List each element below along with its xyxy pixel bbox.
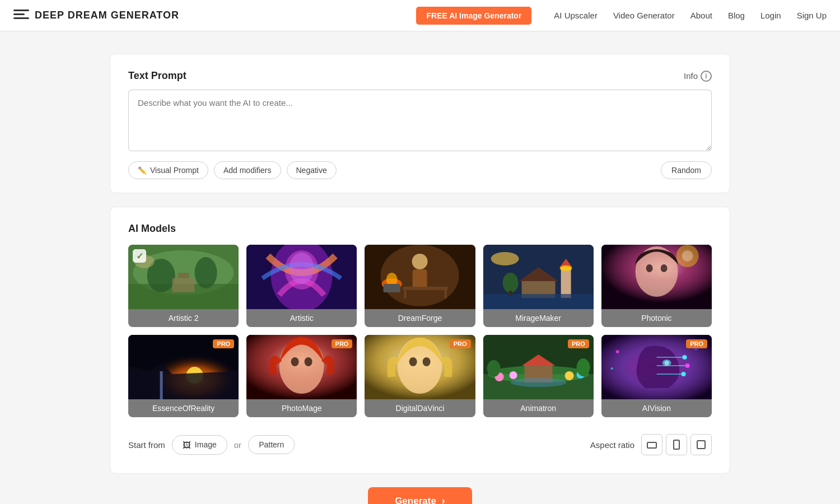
ai-models-card: AI Models ✓ (110, 207, 730, 474)
svg-point-48 (291, 357, 299, 366)
svg-rect-82 (697, 441, 705, 449)
image-button[interactable]: 🖼 Image (172, 435, 227, 455)
add-modifiers-button[interactable]: Add modifiers (214, 161, 281, 179)
svg-point-72 (682, 355, 687, 360)
model-thumb-miragemaker (483, 245, 594, 309)
section-title: Text Prompt (128, 70, 186, 82)
info-button[interactable]: Info i (684, 71, 712, 82)
svg-point-76 (664, 361, 669, 365)
svg-point-66 (576, 358, 590, 376)
nav-about[interactable]: About (690, 11, 712, 20)
aspect-portrait-button[interactable] (666, 434, 687, 455)
generate-section: Generate › (110, 487, 730, 504)
model-artistic[interactable]: Artistic (246, 245, 357, 327)
svg-rect-80 (647, 442, 656, 448)
model-animatron[interactable]: PRO (483, 335, 594, 417)
aspect-square-button[interactable] (690, 434, 712, 455)
model-thumb-artistic (246, 245, 357, 309)
selected-check: ✓ (133, 249, 146, 263)
svg-point-73 (685, 363, 689, 368)
image-icon: 🖼 (183, 440, 191, 450)
bottom-controls: Start from 🖼 Image or Pattern Aspect rat… (128, 425, 712, 460)
artistic-svg (246, 245, 357, 309)
svg-point-49 (305, 357, 312, 366)
svg-point-36 (660, 264, 667, 272)
svg-point-74 (681, 372, 685, 376)
dreamforge-svg (365, 245, 475, 309)
model-artistic2[interactable]: ✓ Artistic 2 (128, 245, 239, 327)
nav-links: AI Upscaler Video Generator About Blog L… (554, 11, 827, 20)
model-aivision[interactable]: PRO (601, 335, 712, 417)
svg-point-4 (195, 257, 217, 288)
svg-rect-81 (674, 440, 679, 449)
model-essenceofreality[interactable]: PRO (128, 335, 239, 417)
aspect-landscape-button[interactable] (641, 434, 662, 455)
model-miragemaker[interactable]: MirageMaker (483, 245, 594, 327)
aspect-ratio-buttons (641, 434, 712, 455)
model-name-digitaldavinci: DigitalDaVinci (365, 399, 475, 417)
visual-prompt-button[interactable]: ✏️ Visual Prompt (128, 161, 208, 179)
model-thumb-artistic2: ✓ (128, 245, 239, 309)
pro-badge-aivision: PRO (686, 339, 707, 348)
svg-rect-18 (384, 284, 400, 292)
prompt-textarea[interactable] (128, 90, 712, 151)
random-button[interactable]: Random (661, 161, 712, 179)
start-from-label: Start from (128, 440, 165, 450)
svg-point-78 (610, 367, 613, 370)
add-modifiers-label: Add modifiers (223, 166, 272, 175)
svg-point-35 (646, 264, 652, 272)
prompt-actions: ✏️ Visual Prompt Add modifiers Negative … (128, 161, 712, 179)
svg-point-61 (509, 371, 517, 379)
negative-label: Negative (296, 166, 327, 175)
card-header: Text Prompt Info i (128, 70, 712, 82)
svg-point-11 (290, 253, 314, 284)
svg-point-38 (682, 250, 693, 262)
svg-rect-20 (404, 290, 407, 298)
pencil-icon: ✏️ (138, 166, 147, 175)
main-page: Text Prompt Info i ✏️ Visual Prompt Add … (101, 54, 739, 504)
nav-video-generator[interactable]: Video Generator (613, 11, 675, 20)
image-label: Image (195, 440, 217, 449)
pro-badge-digitaldavinci: PRO (450, 339, 471, 348)
navbar: DEEP DREAM GENERATOR FREE AI Image Gener… (0, 0, 840, 31)
aspect-ratio-label: Aspect ratio (590, 440, 634, 450)
svg-point-64 (510, 378, 566, 387)
generate-label: Generate (395, 496, 436, 505)
model-thumb-aivision: PRO (601, 335, 712, 399)
pro-badge-essenceofreality: PRO (213, 339, 234, 348)
model-name-miragemaker: MirageMaker (483, 309, 594, 327)
generate-button[interactable]: Generate › (368, 487, 472, 504)
svg-rect-28 (483, 294, 594, 309)
model-name-aivision: AIVision (601, 399, 712, 417)
svg-point-29 (491, 252, 519, 265)
square-icon (697, 440, 706, 449)
or-separator: or (234, 440, 241, 450)
random-label: Random (671, 166, 701, 175)
pattern-button[interactable]: Pattern (248, 435, 295, 454)
info-icon: i (701, 71, 712, 82)
brand: DEEP DREAM GENERATOR (13, 10, 179, 22)
svg-point-62 (564, 371, 573, 380)
model-name-essenceofreality: EssenceOfReality (128, 399, 239, 417)
nav-blog[interactable]: Blog (728, 11, 745, 20)
model-thumb-digitaldavinci: PRO (365, 335, 475, 399)
visual-prompt-label: Visual Prompt (150, 166, 199, 175)
svg-rect-21 (445, 290, 447, 298)
hamburger-icon[interactable] (13, 10, 29, 22)
model-digitaldavinci[interactable]: PRO (365, 335, 475, 417)
model-name-dreamforge: DreamForge (365, 309, 475, 327)
nav-signup[interactable]: Sign Up (797, 11, 827, 20)
negative-button[interactable]: Negative (287, 161, 337, 179)
nav-ai-upscaler[interactable]: AI Upscaler (554, 11, 598, 20)
model-photonic[interactable]: Photonic (601, 245, 712, 327)
model-thumb-photonic (601, 245, 712, 309)
nav-login[interactable]: Login (760, 11, 781, 20)
model-name-artistic2: Artistic 2 (128, 309, 239, 327)
free-ai-button[interactable]: FREE AI Image Generator (416, 7, 531, 25)
model-dreamforge[interactable]: DreamForge (365, 245, 475, 327)
model-photomage[interactable]: PRO (246, 335, 357, 417)
models-title: AI Models (128, 223, 712, 235)
svg-point-30 (502, 273, 518, 293)
svg-rect-15 (413, 269, 427, 289)
svg-rect-5 (172, 278, 195, 292)
